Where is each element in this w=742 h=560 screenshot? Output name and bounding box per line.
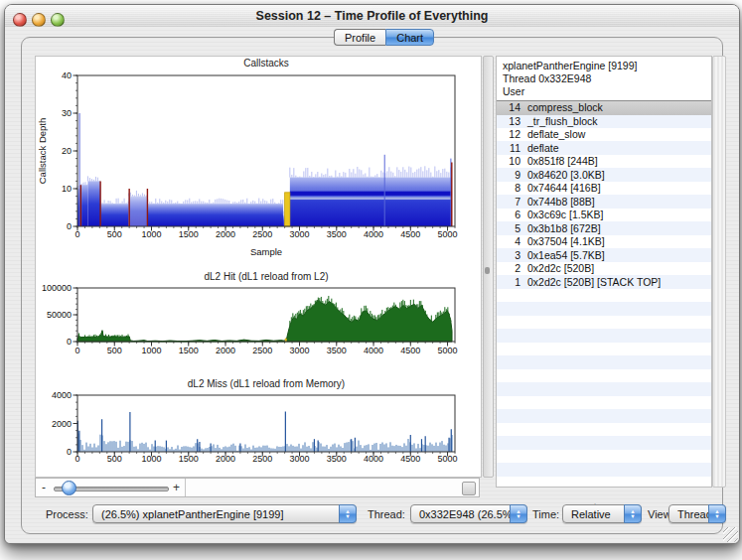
callstack-list-header: xplanetPantherEngine [9199] Thread 0x332… xyxy=(497,57,711,101)
svg-text:50000: 50000 xyxy=(47,310,72,320)
chart-pane-scrollbar[interactable] xyxy=(483,56,494,478)
zoom-out-label[interactable]: - xyxy=(42,481,46,494)
svg-text:500: 500 xyxy=(107,229,122,239)
table-row[interactable]: 50x3b1b8 [672B] xyxy=(497,222,711,236)
header-process: xplanetPantherEngine [9199] xyxy=(503,60,711,72)
svg-text:4500: 4500 xyxy=(400,346,420,355)
svg-text:2000: 2000 xyxy=(52,419,72,429)
chart-zoom-slider[interactable]: - + xyxy=(36,479,186,496)
svg-text:2000: 2000 xyxy=(216,229,235,239)
table-row[interactable]: 12deflate_slow xyxy=(497,128,711,142)
popup-arrows-icon: ▲▼ xyxy=(339,504,357,523)
svg-text:1000: 1000 xyxy=(141,346,161,355)
table-row[interactable]: 90x84620 [3.0KB] xyxy=(497,169,711,183)
callstack-list-pane: xplanetPantherEngine [9199] Thread 0x332… xyxy=(496,56,712,488)
row-index: 2 xyxy=(497,262,520,276)
svg-text:4000: 4000 xyxy=(364,346,383,355)
svg-text:1000: 1000 xyxy=(141,454,161,464)
svg-text:4000: 4000 xyxy=(364,229,383,239)
table-row[interactable]: 10x2d2c [520B] [STACK TOP] xyxy=(497,276,711,290)
svg-text:500: 500 xyxy=(107,454,122,464)
table-row[interactable]: 60x3c69c [1.5KB] xyxy=(497,209,711,222)
row-label: 0x3c69c [1.5KB] xyxy=(520,209,603,222)
svg-text:0: 0 xyxy=(74,454,79,464)
row-label: 0x744b8 [88B] xyxy=(520,196,595,210)
svg-text:1000: 1000 xyxy=(141,229,161,239)
row-label: 0x84620 [3.0KB] xyxy=(520,169,605,183)
row-index: 11 xyxy=(497,142,520,156)
svg-text:dL2 Miss (dL1 reload from Memo: dL2 Miss (dL1 reload from Memory) xyxy=(188,378,345,389)
table-row[interactable]: 13_tr_flush_block xyxy=(497,115,711,129)
view-popup[interactable]: Thread ▲▼ xyxy=(668,504,726,523)
tab-chart[interactable]: Chart xyxy=(385,29,434,46)
time-popup[interactable]: Relative ▲▼ xyxy=(562,504,642,523)
row-index: 3 xyxy=(497,249,520,263)
callstack-rows: 14compress_block13_tr_flush_block12defla… xyxy=(497,101,711,487)
svg-text:20: 20 xyxy=(62,146,72,156)
svg-text:2500: 2500 xyxy=(252,346,272,355)
charts-pane: 0500100015002000250030003500400045005000… xyxy=(35,56,482,478)
table-row[interactable]: 20x2d2c [520B] xyxy=(497,262,711,276)
row-label: 0x37504 [4.1KB] xyxy=(520,235,605,249)
row-index: 10 xyxy=(497,155,520,169)
row-label: 0x1ea54 [5.7KB] xyxy=(520,249,605,263)
row-label: deflate_slow xyxy=(520,128,585,142)
svg-text:0: 0 xyxy=(74,229,79,239)
row-index: 7 xyxy=(497,196,520,210)
svg-text:40: 40 xyxy=(62,70,72,80)
slider-thumb[interactable] xyxy=(62,481,76,495)
row-label: compress_block xyxy=(520,101,603,115)
popup-arrows-icon: ▲▼ xyxy=(624,504,642,523)
stack-list-scrollbar[interactable] xyxy=(712,56,726,488)
table-row[interactable]: 70x744b8 [88B] xyxy=(497,196,711,210)
header-thread: Thread 0x332E948 xyxy=(503,72,711,85)
app-window: Session 12 – Time Profile of Everything … xyxy=(4,4,740,544)
svg-text:Callstacks: Callstacks xyxy=(243,58,289,69)
resize-grip[interactable] xyxy=(723,527,738,542)
zoom-in-label[interactable]: + xyxy=(173,481,180,494)
chart-scroll-strip: - + xyxy=(35,478,480,497)
svg-text:0: 0 xyxy=(67,337,72,347)
table-row[interactable]: 80x74644 [416B] xyxy=(497,182,711,196)
thread-popup-value: 0x332E948 (26.5%) xyxy=(419,508,516,520)
table-row[interactable]: 30x1ea54 [5.7KB] xyxy=(497,249,711,263)
svg-text:2500: 2500 xyxy=(252,229,272,239)
svg-text:3000: 3000 xyxy=(290,454,310,464)
scrollbar-nub[interactable] xyxy=(485,267,490,274)
window-title: Session 12 – Time Profile of Everything xyxy=(5,9,739,23)
table-row[interactable]: 40x37504 [4.1KB] xyxy=(497,235,711,249)
row-label: 0x3b1b8 [672B] xyxy=(520,222,601,236)
svg-text:2000: 2000 xyxy=(216,346,235,355)
tab-profile[interactable]: Profile xyxy=(334,29,385,46)
header-mode: User xyxy=(503,85,711,98)
row-label: 0x851f8 [244B] xyxy=(520,155,598,169)
process-popup-value: (26.5%) xplanetPantherEngine [9199] xyxy=(101,508,283,520)
svg-text:3500: 3500 xyxy=(327,454,347,464)
table-row[interactable]: 14compress_block xyxy=(497,101,711,115)
svg-text:4500: 4500 xyxy=(400,229,420,239)
title-bar[interactable]: Session 12 – Time Profile of Everything xyxy=(5,5,739,28)
thread-popup[interactable]: 0x332E948 (26.5%) ▲▼ xyxy=(410,504,527,523)
row-label: 0x2d2c [520B] [STACK TOP] xyxy=(520,276,661,290)
row-index: 13 xyxy=(497,115,520,129)
svg-text:4500: 4500 xyxy=(400,454,420,464)
row-label: 0x2d2c [520B] xyxy=(520,262,594,276)
svg-text:1500: 1500 xyxy=(179,346,199,355)
table-row[interactable]: 100x851f8 [244B] xyxy=(497,155,711,169)
row-label: 0x74644 [416B] xyxy=(520,182,601,196)
thread-label: Thread: xyxy=(368,508,405,520)
svg-text:30: 30 xyxy=(62,108,72,118)
content-box: 0500100015002000250030003500400045005000… xyxy=(21,37,723,534)
table-row[interactable]: 11deflate xyxy=(497,142,711,156)
svg-text:0: 0 xyxy=(67,447,72,457)
process-popup[interactable]: (26.5%) xplanetPantherEngine [9199] ▲▼ xyxy=(92,504,357,523)
svg-text:dL2 Hit (dL1 reload from L2): dL2 Hit (dL1 reload from L2) xyxy=(204,271,328,282)
row-label: _tr_flush_block xyxy=(520,115,598,129)
row-index: 14 xyxy=(497,101,520,115)
callstacks-chart: 0500100015002000250030003500400045005000… xyxy=(36,57,481,267)
svg-text:3000: 3000 xyxy=(290,346,310,355)
scroll-corner-box[interactable] xyxy=(462,482,476,495)
svg-text:5000: 5000 xyxy=(438,454,458,464)
svg-text:1500: 1500 xyxy=(179,229,199,239)
svg-text:3000: 3000 xyxy=(290,229,310,239)
